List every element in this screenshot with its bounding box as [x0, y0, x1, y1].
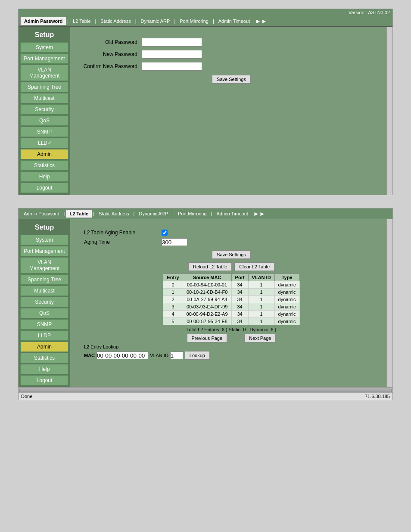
sep4: |: [173, 19, 176, 24]
old-password-input[interactable]: [142, 38, 202, 47]
col-type: Type: [274, 274, 299, 281]
cell-entry: 1: [163, 289, 183, 296]
tab-admin-password-1[interactable]: Admin Password: [20, 17, 66, 25]
new-password-row: New Password: [77, 50, 386, 59]
vlan-lookup-input[interactable]: [170, 352, 183, 359]
sidebar-item-help-2[interactable]: Help: [20, 364, 68, 374]
sidebar-item-vlan-management-1[interactable]: VLAN Management: [20, 65, 68, 81]
sidebar-item-security-1[interactable]: Security: [20, 104, 68, 115]
scrollbar-2[interactable]: [386, 219, 392, 387]
save-settings-row: Save Settings: [77, 75, 386, 84]
table-row: 300-03-93-E4-DF-99341dynamic: [163, 303, 299, 311]
lookup-button[interactable]: Lookup: [185, 351, 210, 360]
cell-vlan: 1: [248, 318, 274, 325]
aging-enable-checkbox[interactable]: [162, 230, 168, 236]
cell-entry: 3: [163, 303, 183, 311]
sidebar-item-snmp-2[interactable]: SNMP: [20, 319, 68, 330]
mac-lookup-input[interactable]: [97, 352, 148, 359]
col-port: Port: [231, 274, 248, 281]
sidebar-title-2: Setup: [20, 221, 68, 234]
tab-bar-2: Admin Password | L2 Table | Static Addre…: [19, 208, 392, 219]
next-page-button[interactable]: Next Page: [244, 334, 276, 342]
sep3: |: [134, 19, 137, 24]
clear-l2-button[interactable]: Clear L2 Table: [234, 262, 274, 271]
cell-port: 34: [231, 281, 248, 289]
save-settings-button-1[interactable]: Save Settings: [212, 75, 251, 84]
status-right: 71.6.38.185: [365, 394, 390, 399]
cell-type: dynamic: [274, 289, 299, 296]
cell-mac: 00-0A-27-99-94-A4: [183, 296, 231, 303]
main-layout-1: Setup System Port Management VLAN Manage…: [19, 27, 392, 195]
l2-lookup-inputs: MAC VLAN ID Lookup: [84, 351, 379, 360]
sidebar-item-snmp-1[interactable]: SNMP: [20, 127, 68, 137]
sidebar-item-statistics-2[interactable]: Statistics: [20, 353, 68, 363]
sep5: |: [212, 19, 215, 24]
sidebar-item-port-management-1[interactable]: Port Management: [20, 53, 68, 64]
prev-page-button[interactable]: Previous Page: [187, 334, 227, 342]
save-settings-button-2[interactable]: Save Settings: [212, 250, 251, 259]
tab-static-address-2[interactable]: Static Address: [95, 210, 132, 218]
sidebar-item-lldp-1[interactable]: LLDP: [20, 138, 68, 148]
tab-next-btn-2[interactable]: ►►: [252, 210, 267, 217]
tab-port-mirroring-2[interactable]: Port Mirroring: [174, 210, 210, 218]
cell-entry: 5: [163, 318, 183, 325]
scroll-thumb[interactable]: [19, 389, 392, 392]
horizontal-scrollbar[interactable]: [19, 387, 392, 392]
sidebar-item-lldp-2[interactable]: LLDP: [20, 330, 68, 341]
sidebar-item-system-2[interactable]: System: [20, 235, 68, 245]
password-form: Old Password New Password Confirm New Pa…: [77, 38, 386, 84]
sidebar-item-statistics-1[interactable]: Statistics: [20, 160, 68, 171]
sidebar-item-spanning-tree-1[interactable]: Spanning Tree: [20, 82, 68, 92]
sidebar-item-system-1[interactable]: System: [20, 42, 68, 53]
confirm-password-row: Confirm New Password: [77, 62, 386, 71]
tab-admin-password-2[interactable]: Admin Password: [20, 210, 63, 218]
sidebar-item-admin-1[interactable]: Admin: [20, 149, 68, 159]
sidebar-item-spanning-tree-2[interactable]: Spanning Tree: [20, 274, 68, 285]
main-layout-2: Setup System Port Management VLAN Manage…: [19, 219, 392, 387]
tab-l2-table-1[interactable]: L2 Table: [69, 17, 94, 25]
confirm-password-input[interactable]: [142, 62, 202, 71]
confirm-password-label: Confirm New Password: [77, 63, 142, 69]
table-row: 500-0D-87-95-34-E8341dynamic: [163, 318, 299, 325]
sidebar-item-admin-2[interactable]: Admin: [20, 342, 68, 352]
status-bar: Done 71.6.38.185: [19, 392, 392, 400]
tab-static-address-1[interactable]: Static Address: [97, 17, 134, 25]
sidebar-item-security-2[interactable]: Security: [20, 297, 68, 307]
sidebar-item-port-management-2[interactable]: Port Management: [20, 246, 68, 256]
sep10: |: [210, 211, 213, 216]
sidebar-item-qos-1[interactable]: QoS: [20, 115, 68, 126]
reload-l2-button[interactable]: Reload L2 Table: [188, 262, 232, 271]
sep2: |: [94, 19, 97, 24]
cell-type: dynamic: [274, 311, 299, 318]
cell-mac: 00-03-93-E4-DF-99: [183, 303, 231, 311]
cell-vlan: 1: [248, 281, 274, 289]
tab-admin-timeout-2[interactable]: Admin Timeout: [213, 210, 251, 218]
tab-next-btn-1[interactable]: ►►: [253, 18, 269, 25]
sidebar-item-qos-2[interactable]: QoS: [20, 308, 68, 318]
sidebar-1: Setup System Port Management VLAN Manage…: [19, 27, 70, 195]
cell-mac: 00-00-94-E0-00-01: [183, 281, 231, 289]
sidebar-item-logout-2[interactable]: Logout: [20, 375, 68, 386]
sep7: |: [92, 211, 95, 216]
tab-admin-timeout-1[interactable]: Admin Timeout: [215, 17, 253, 25]
aging-time-input[interactable]: [162, 238, 187, 246]
sep9: |: [171, 211, 174, 216]
sidebar-item-multicast-1[interactable]: Multicast: [20, 93, 68, 103]
new-password-input[interactable]: [142, 50, 202, 59]
cell-port: 34: [231, 289, 248, 296]
tab-dynamic-arp-1[interactable]: Dynamic ARP: [137, 17, 174, 25]
table-row: 000-00-94-E0-00-01341dynamic: [163, 281, 299, 289]
tab-port-mirroring-1[interactable]: Port Mirroring: [176, 17, 212, 25]
tab-l2-table-2[interactable]: L2 Table: [65, 209, 92, 218]
sidebar-item-vlan-management-2[interactable]: VLAN Management: [20, 257, 68, 274]
scrollbar-1[interactable]: [386, 27, 392, 195]
sidebar-item-help-1[interactable]: Help: [20, 171, 68, 182]
col-entry: Entry: [163, 274, 183, 281]
status-left: Done: [21, 394, 32, 399]
tab-dynamic-arp-2[interactable]: Dynamic ARP: [135, 210, 171, 218]
new-password-label: New Password: [77, 51, 142, 57]
l2-table-body: 000-00-94-E0-00-01341dynamic100-10-21-6D…: [163, 281, 299, 325]
pagination-buttons: Previous Page Next Page: [77, 334, 386, 342]
sidebar-item-logout-1[interactable]: Logout: [20, 183, 68, 193]
sidebar-item-multicast-2[interactable]: Multicast: [20, 286, 68, 296]
